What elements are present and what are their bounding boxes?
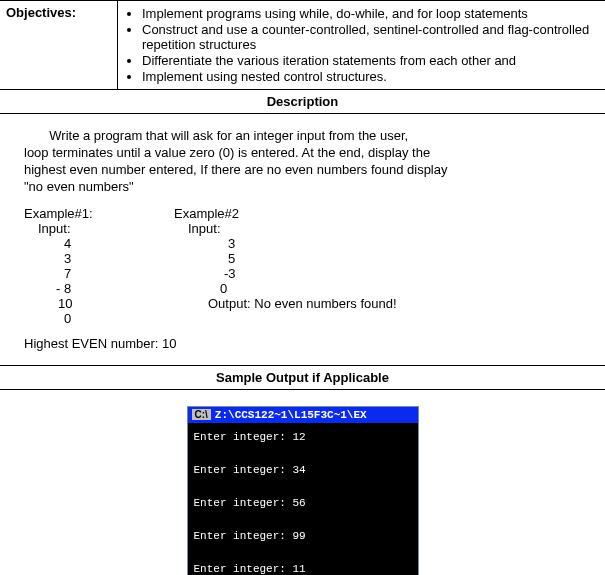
example2-num: 0 (206, 281, 581, 296)
objectives-cell: Implement programs using while, do-while… (118, 1, 606, 90)
example1-num: 3 (24, 251, 214, 266)
example2-num: 3 (214, 236, 581, 251)
description-header: Description (0, 90, 605, 114)
objective-item: Implement programs using while, do-while… (142, 6, 599, 21)
objectives-list: Implement programs using while, do-while… (124, 6, 599, 84)
description-body: Write a program that will ask for an int… (0, 114, 605, 366)
sample-output-header: Sample Output if Applicable (0, 365, 605, 389)
document-table: Objectives: Implement programs using whi… (0, 0, 605, 575)
objectives-label: Objectives: (0, 1, 118, 90)
objective-item: Implement using nested control structure… (142, 69, 599, 84)
terminal-line: Enter integer: 99 (194, 530, 306, 542)
description-line: Write a program that will ask for an int… (24, 128, 581, 145)
example1-num: - 8 (24, 281, 206, 296)
example1-num: 4 (24, 236, 214, 251)
example2-title: Example#2 (174, 206, 581, 221)
sample-output-body: C:\Z:\CCS122~1\L15F3C~1\EX Enter integer… (0, 389, 605, 575)
example2-input-label: Input: (188, 221, 581, 236)
examples-block: Example#1: Example#2 Input: Input: 4 3 3… (6, 206, 599, 361)
objective-item: Construct and use a counter-controlled, … (142, 22, 599, 52)
terminal-sys-icon: C:\ (192, 409, 211, 420)
objective-item: Differentiate the various iteration stat… (142, 53, 599, 68)
terminal-body: Enter integer: 12 Enter integer: 34 Ente… (188, 423, 418, 575)
example1-num: 0 (24, 311, 214, 326)
example2-num: 5 (214, 251, 581, 266)
description-line: loop terminates until a value zero (0) i… (24, 145, 581, 162)
terminal-title-path: Z:\CCS122~1\L15F3C~1\EX (215, 409, 367, 421)
terminal-line: Enter integer: 56 (194, 497, 306, 509)
terminal-line: Enter integer: 34 (194, 464, 306, 476)
terminal-titlebar: C:\Z:\CCS122~1\L15F3C~1\EX (188, 407, 418, 423)
example1-num: 7 (24, 266, 214, 281)
example1-input-label: Input: (24, 221, 188, 236)
description-line: "no even numbers" (24, 179, 581, 196)
terminal-line: Enter integer: 11 (194, 563, 306, 575)
description-line: highest even number entered, If there ar… (24, 162, 581, 179)
example1-result: Highest EVEN number: 10 (24, 336, 581, 351)
terminal-line: Enter integer: 12 (194, 431, 306, 443)
example2-result: Output: No even numbers found! (208, 296, 581, 311)
example1-title: Example#1: (24, 206, 174, 221)
example1-num: 10 (24, 296, 208, 311)
example2-num: -3 (214, 266, 581, 281)
terminal-window: C:\Z:\CCS122~1\L15F3C~1\EX Enter integer… (187, 406, 419, 575)
